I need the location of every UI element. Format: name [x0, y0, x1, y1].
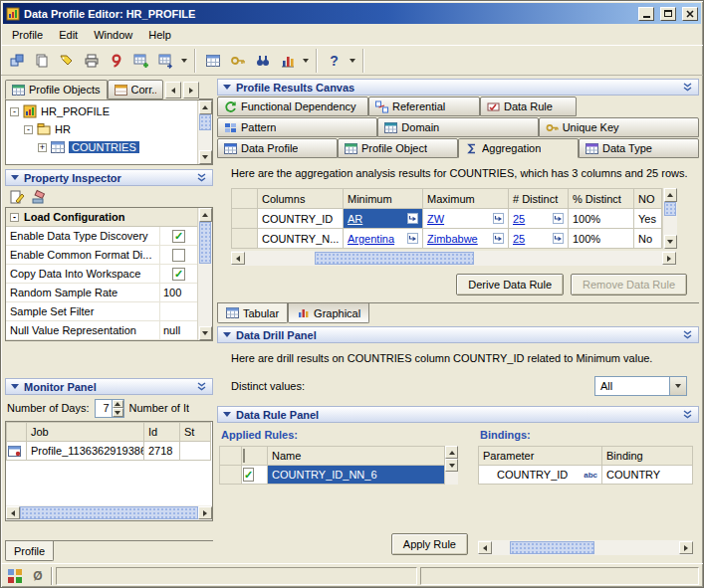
- drill-link[interactable]: 25: [513, 213, 525, 225]
- drill-icon[interactable]: [493, 233, 504, 244]
- row-header[interactable]: [232, 229, 258, 249]
- monitor-panel-header[interactable]: Monitor Panel: [5, 378, 213, 395]
- distinct-cell[interactable]: 25: [509, 209, 569, 229]
- scroll-up-button[interactable]: [664, 188, 677, 202]
- scrollbar-thumb[interactable]: [510, 541, 594, 554]
- columns-header[interactable]: Columns: [258, 189, 344, 209]
- tab-scroll-left-button[interactable]: [165, 82, 181, 98]
- profile-results-canvas-header[interactable]: Profile Results Canvas: [217, 79, 699, 96]
- apply-rule-button[interactable]: Apply Rule: [391, 533, 468, 555]
- tab-pattern[interactable]: Pattern: [217, 117, 377, 137]
- derive-data-rule-button[interactable]: Derive Data Rule: [456, 274, 564, 295]
- menu-edit[interactable]: Edit: [51, 26, 86, 44]
- scrollbar-track[interactable]: [198, 130, 212, 150]
- tab-functional-dependency[interactable]: Functional Dependency: [217, 97, 368, 116]
- not-null-cell[interactable]: Yes: [634, 209, 662, 229]
- paste-button[interactable]: [29, 49, 54, 73]
- toolbar-group3-dropdown[interactable]: [347, 49, 358, 73]
- tree-node-hr-profile[interactable]: - HR_PROFILE: [7, 102, 196, 120]
- null-values-button[interactable]: Ø: [28, 567, 48, 585]
- scrollbar-track[interactable]: [663, 216, 677, 235]
- scroll-down-button[interactable]: [199, 326, 212, 340]
- menu-profile[interactable]: Profile: [4, 26, 51, 44]
- pct-distinct-cell[interactable]: 100%: [569, 209, 634, 229]
- property-inspector-header[interactable]: Property Inspector: [5, 169, 213, 186]
- tags-button[interactable]: [54, 49, 79, 73]
- chart-button[interactable]: [275, 49, 300, 73]
- column-name-cell[interactable]: COUNTRY_N...: [258, 229, 344, 249]
- scroll-up-button[interactable]: [445, 446, 458, 459]
- export-table-button[interactable]: [153, 49, 178, 73]
- scroll-up-button[interactable]: [199, 100, 212, 114]
- data-drill-panel-header[interactable]: Data Drill Panel: [217, 326, 699, 343]
- tab-referential[interactable]: Referential: [368, 97, 480, 116]
- minimum-cell[interactable]: Argentina: [344, 229, 423, 249]
- scrollbar-track[interactable]: [492, 540, 510, 555]
- applied-rule-row[interactable]: ✓ COUNTRY_ID_NN_6: [220, 466, 445, 485]
- status-column-header[interactable]: St: [180, 423, 211, 442]
- table-view-button[interactable]: [200, 49, 225, 73]
- scroll-down-button[interactable]: [199, 150, 212, 164]
- pct-distinct-cell[interactable]: 100%: [569, 229, 634, 249]
- property-grid-vertical-scrollbar[interactable]: [197, 208, 212, 340]
- toolbar-group2-dropdown[interactable]: [300, 49, 312, 73]
- select-all-checkbox[interactable]: [243, 449, 245, 463]
- parameter-header[interactable]: Parameter: [479, 447, 602, 466]
- menu-help[interactable]: Help: [140, 26, 179, 44]
- scroll-up-button[interactable]: [199, 208, 212, 222]
- tree-node-countries[interactable]: + COUNTRIES: [7, 138, 196, 156]
- tab-data-profile[interactable]: Data Profile: [217, 138, 338, 158]
- select-all-header[interactable]: [242, 447, 268, 466]
- scroll-down-button[interactable]: [445, 459, 458, 472]
- job-icon-column-header[interactable]: [7, 423, 27, 442]
- drill-link[interactable]: AR: [348, 213, 362, 225]
- property-row[interactable]: Null Value Representation null: [6, 321, 197, 340]
- scrollbar-track[interactable]: [594, 540, 679, 555]
- scrollbar-track[interactable]: [198, 264, 212, 326]
- sas-button[interactable]: [104, 49, 128, 73]
- column-name-cell[interactable]: COUNTRY_ID: [258, 209, 344, 229]
- job-status-cell[interactable]: [180, 442, 211, 461]
- toolbar-group1-dropdown[interactable]: [178, 49, 190, 73]
- drill-link[interactable]: 25: [513, 233, 525, 245]
- scroll-right-button[interactable]: [198, 506, 212, 519]
- drill-icon[interactable]: [553, 233, 564, 244]
- scroll-left-button[interactable]: [231, 252, 245, 265]
- chevron-double-icon[interactable]: [196, 173, 207, 183]
- scrollbar-thumb[interactable]: [20, 506, 198, 519]
- property-group-row[interactable]: - Load Configuration: [6, 208, 197, 227]
- bindings-horizontal-scrollbar[interactable]: [478, 540, 693, 555]
- parameter-cell[interactable]: COUNTRY_IDabc: [479, 466, 602, 485]
- tree-node-hr[interactable]: - HR: [7, 120, 196, 138]
- distinct-header[interactable]: # Distinct: [509, 189, 569, 209]
- property-value[interactable]: 100: [160, 284, 197, 301]
- rule-checkbox[interactable]: ✓: [243, 468, 254, 482]
- applied-rules-vertical-scrollbar[interactable]: [445, 446, 458, 485]
- row-header[interactable]: [220, 466, 242, 485]
- tab-data-type[interactable]: Data Type: [579, 138, 699, 158]
- binding-cell[interactable]: COUNTRY: [602, 466, 693, 485]
- copy-objects-button[interactable]: [4, 49, 29, 73]
- drill-icon[interactable]: [407, 213, 418, 224]
- job-column-header[interactable]: Job: [27, 423, 144, 442]
- minimum-cell-selected[interactable]: AR: [344, 209, 423, 229]
- expander-icon[interactable]: -: [24, 125, 33, 134]
- job-id-cell[interactable]: 2718: [144, 442, 180, 461]
- maximum-cell[interactable]: ZW: [423, 209, 509, 229]
- distinct-cell[interactable]: 25: [509, 229, 569, 249]
- maximize-button[interactable]: [660, 7, 676, 21]
- scrollbar-track[interactable]: [474, 251, 662, 266]
- scrollbar-thumb[interactable]: [199, 222, 211, 264]
- maximum-header[interactable]: Maximum: [423, 189, 509, 209]
- clear-properties-button[interactable]: [31, 189, 47, 205]
- maximum-cell[interactable]: Zimbabwe: [423, 229, 509, 249]
- monitor-horizontal-scrollbar[interactable]: [6, 505, 212, 520]
- rule-name-cell[interactable]: COUNTRY_ID_NN_6: [268, 466, 445, 485]
- expander-icon[interactable]: -: [10, 107, 19, 116]
- aggregation-row-country-name[interactable]: COUNTRY_N... Argentina Zimbabwe 25 100%: [232, 229, 662, 249]
- spin-down-button[interactable]: [113, 408, 123, 417]
- checkbox[interactable]: [172, 249, 185, 262]
- scroll-right-button[interactable]: [679, 541, 693, 554]
- checkbox[interactable]: ✓: [172, 230, 185, 243]
- property-row[interactable]: Enable Data Type Discovery ✓: [6, 227, 197, 246]
